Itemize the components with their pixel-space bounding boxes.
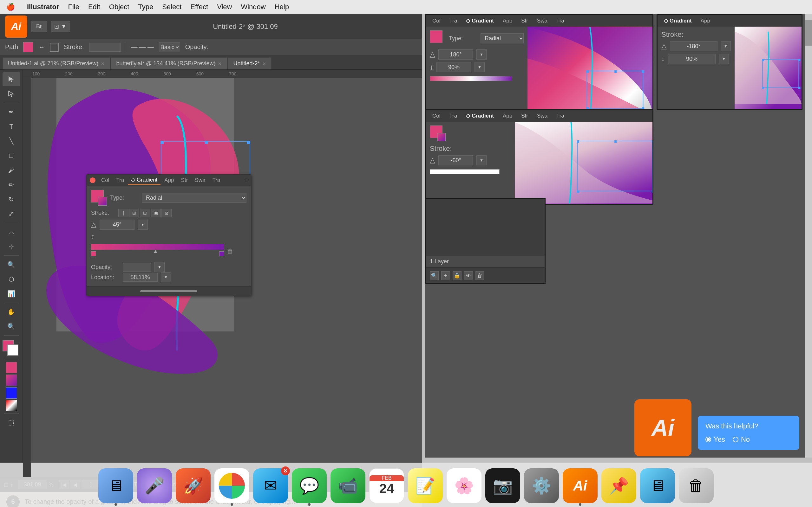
gradient-bar-tr1[interactable] xyxy=(430,76,512,81)
angle-dropdown[interactable]: ▼ xyxy=(138,220,148,230)
panel-menu-main[interactable]: ≡ xyxy=(244,177,248,183)
tab-tr1-tra2[interactable]: Tra xyxy=(553,16,568,25)
angle-dropdown-mr[interactable]: ▼ xyxy=(476,155,487,165)
line-tool[interactable]: ╲ xyxy=(3,134,20,148)
gradient-stop-left[interactable] xyxy=(91,251,96,257)
pen-tool[interactable]: ✒ xyxy=(3,105,20,119)
eyedropper-tool[interactable]: 🔍 xyxy=(3,258,20,272)
opacity-input[interactable] xyxy=(123,263,151,272)
hand-tool[interactable]: ✋ xyxy=(3,305,20,319)
panel-tab-col[interactable]: Col xyxy=(98,176,113,185)
tab-close-1[interactable]: ✕ xyxy=(218,61,222,66)
tab-tr2-gradient[interactable]: ◇ Gradient xyxy=(660,16,696,25)
dock-photos[interactable]: 🌸 xyxy=(447,468,481,503)
delete-stop-button[interactable]: 🗑 xyxy=(227,248,233,255)
dock-siri[interactable]: 🎤 xyxy=(137,468,172,503)
layers-lock-btn[interactable]: 🔒 xyxy=(453,271,461,280)
fill-color-swatch[interactable] xyxy=(23,42,33,52)
zoom-tool[interactable]: 🔍 xyxy=(3,320,20,333)
menu-view[interactable]: View xyxy=(217,3,232,11)
direct-selection-tool[interactable] xyxy=(3,87,20,101)
aspect-tr1[interactable] xyxy=(437,62,471,72)
dock-mail[interactable]: ✉ 8 xyxy=(253,468,288,503)
tab-tr1-app[interactable]: App xyxy=(499,16,516,25)
no-radio[interactable] xyxy=(733,437,739,442)
layers-add-btn[interactable]: + xyxy=(441,271,450,280)
location-dropdown[interactable]: ▼ xyxy=(161,272,171,282)
graph-tool[interactable]: 📊 xyxy=(3,287,20,301)
swatch3[interactable] xyxy=(6,387,17,399)
angle-input[interactable] xyxy=(100,220,135,230)
aspect-tr2[interactable] xyxy=(668,54,716,64)
dock-notes[interactable]: 📝 xyxy=(408,468,443,503)
tab-untitled2[interactable]: Untitled-2* ✕ xyxy=(228,57,271,69)
aspect-dropdown-tr2[interactable]: ▼ xyxy=(719,54,729,64)
stroke-btn-2[interactable]: ⊞ xyxy=(129,209,139,217)
stroke-btn-5[interactable]: ⊠ xyxy=(161,209,171,217)
warp-tool[interactable]: ⌓ xyxy=(3,225,20,239)
gradient-type-select[interactable]: Radial Linear xyxy=(142,193,247,203)
tab-butterfly[interactable]: butterfly.ai* @ 134.41% (RGB/Preview) ✕ xyxy=(111,57,227,69)
menu-illustrator[interactable]: Illustrator xyxy=(27,3,59,11)
tab-mr-col[interactable]: Col xyxy=(428,112,444,120)
pencil-tool[interactable]: ✏ xyxy=(3,178,20,192)
dock-stickies[interactable]: 📌 xyxy=(601,468,636,503)
no-button[interactable]: No xyxy=(733,435,750,444)
scrollbar-thumb[interactable] xyxy=(805,20,812,46)
apple-menu[interactable]: 🍎 xyxy=(6,3,15,11)
paintbrush-tool[interactable]: 🖌 xyxy=(3,163,20,177)
dock-chrome[interactable] xyxy=(214,468,249,503)
dock-preferences[interactable]: ⚙️ xyxy=(524,468,559,503)
dock-keynote[interactable]: 🖥 xyxy=(640,468,675,503)
angle-tr2[interactable] xyxy=(670,41,717,51)
rotate-tool[interactable]: ↻ xyxy=(3,192,20,206)
tab-tr2-app[interactable]: App xyxy=(697,16,714,25)
tab-close-0[interactable]: ✕ xyxy=(101,61,105,66)
tab-mr-tra2[interactable]: Tra xyxy=(553,112,568,120)
stroke-width-input[interactable] xyxy=(89,43,121,52)
dock-messages[interactable]: 💬 xyxy=(292,468,327,503)
yes-radio[interactable] xyxy=(705,437,711,442)
panel-tab-str[interactable]: Str xyxy=(178,176,191,185)
menu-file[interactable]: File xyxy=(68,3,79,11)
swatch4[interactable] xyxy=(6,400,17,411)
type-select-tr1[interactable]: Radial xyxy=(480,33,524,43)
yes-button[interactable]: Yes xyxy=(705,435,725,444)
type-tool[interactable]: T xyxy=(3,119,20,133)
panel-tab-app[interactable]: App xyxy=(161,176,177,185)
tab-tr1-tra[interactable]: Tra xyxy=(446,16,461,25)
rect-tool[interactable]: □ xyxy=(3,149,20,163)
stroke-style-select[interactable]: Basic xyxy=(159,43,180,52)
dock-facetime[interactable]: 📹 xyxy=(331,468,365,503)
tab-tr1-swa[interactable]: Swa xyxy=(533,16,551,25)
dock-illustrator[interactable]: Ai xyxy=(563,468,598,503)
resize-handle[interactable] xyxy=(140,290,197,292)
stroke-btn-4[interactable]: ▣ xyxy=(151,209,161,217)
tab-close-2[interactable]: ✕ xyxy=(262,61,266,66)
menu-edit[interactable]: Edit xyxy=(88,3,100,11)
opacity-dropdown[interactable]: ▼ xyxy=(154,262,165,272)
angle-tr1[interactable] xyxy=(438,49,473,60)
menu-effect[interactable]: Effect xyxy=(190,3,208,11)
right-scrollbar[interactable] xyxy=(805,14,812,458)
scale-tool[interactable]: ⤢ xyxy=(3,207,20,221)
dock-trash[interactable]: 🗑 xyxy=(679,468,714,503)
menu-object[interactable]: Object xyxy=(109,3,130,11)
menu-window[interactable]: Window xyxy=(241,3,265,11)
panel-close-main[interactable] xyxy=(90,177,96,183)
swatch2[interactable] xyxy=(6,375,17,386)
workspace-button[interactable]: ⊡ ▼ xyxy=(51,21,70,32)
bridge-button[interactable]: Br xyxy=(31,21,47,32)
swatch1[interactable] xyxy=(6,362,17,373)
tab-tr1-str[interactable]: Str xyxy=(517,16,532,25)
gradient-stop-right[interactable] xyxy=(219,251,224,257)
panel-tab-gradient[interactable]: ◇ Gradient xyxy=(128,176,160,185)
tab-mr-tra[interactable]: Tra xyxy=(446,112,461,120)
selection-tool[interactable] xyxy=(3,72,20,86)
menu-select[interactable]: Select xyxy=(162,3,182,11)
layers-delete-btn[interactable]: 🗑 xyxy=(475,271,484,280)
dock-finder[interactable]: 🖥 xyxy=(98,468,133,503)
dock-photobooth[interactable]: 📷 xyxy=(485,468,520,503)
blend-tool[interactable]: ⬡ xyxy=(3,272,20,286)
aspect-dropdown-tr1[interactable]: ▼ xyxy=(474,62,485,72)
